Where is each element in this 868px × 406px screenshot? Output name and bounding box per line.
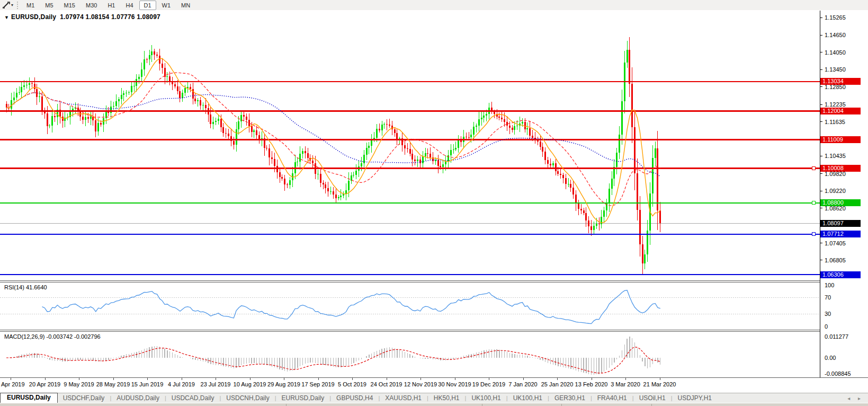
chevron-down-icon[interactable]: ▾ xyxy=(11,3,13,7)
date-axis-tick xyxy=(113,378,114,380)
timeframe-button-H4[interactable]: H4 xyxy=(121,1,138,10)
tab-usdchf-daily[interactable]: USDCHF,Daily xyxy=(58,394,110,402)
price-axis-label: 1.10435 xyxy=(825,153,846,159)
price-tag: 1.08800 xyxy=(820,199,861,206)
mt4-window: ▾ M1M5M15M30H1H4D1W1MN ▼EURUSD,Daily 1.0… xyxy=(0,0,868,406)
tab-uk100-h1[interactable]: UK100,H1 xyxy=(466,394,506,402)
timeframe-button-M30[interactable]: M30 xyxy=(81,1,102,10)
macd-indicator-pane[interactable] xyxy=(0,332,820,377)
tab-xauusd-h1[interactable]: XAUUSD,H1 xyxy=(380,394,427,402)
tab-ger30-h1[interactable]: GER30,H1 xyxy=(549,394,590,402)
tab-usdcnh-daily[interactable]: USDCNH,Daily xyxy=(221,394,274,402)
chart-ohlc-values: 1.07974 1.08154 1.07776 1.08097 xyxy=(60,13,160,21)
timeframe-button-MN[interactable]: MN xyxy=(176,1,195,10)
price-axis-tick xyxy=(820,121,822,122)
price-axis[interactable]: 1.152651.146501.140501.134501.128501.122… xyxy=(820,11,868,377)
tab-scroll-arrows[interactable]: ◂ ▸ xyxy=(847,395,864,401)
price-axis-label: 1.11635 xyxy=(825,119,845,125)
price-axis-label: 1.09220 xyxy=(825,188,846,194)
price-axis-tick xyxy=(820,86,822,87)
price-axis-tick xyxy=(820,69,822,70)
rsi-axis-label: 30 xyxy=(825,311,831,317)
date-axis-tick xyxy=(455,378,455,380)
date-axis-label: 3 Mar 2020 xyxy=(611,381,640,387)
price-axis-label: 1.14650 xyxy=(825,32,846,38)
tab-gbpusd-h4[interactable]: GBPUSD,H4 xyxy=(331,394,378,402)
tab-hk50-h1[interactable]: HK50,H1 xyxy=(428,394,465,402)
date-axis-label: 5 Oct 2019 xyxy=(338,381,366,387)
date-axis-label: 2 Apr 2019 xyxy=(0,381,25,387)
price-axis-tick xyxy=(820,156,822,156)
tab-usdcad-daily[interactable]: USDCAD,Daily xyxy=(166,394,220,402)
tab-eurusd-daily[interactable]: EURUSD,Daily xyxy=(276,394,330,402)
tab-usdjpy-h1[interactable]: USDJPY,H1 xyxy=(673,394,717,402)
rsi-indicator-pane[interactable] xyxy=(0,283,820,330)
price-axis-tick xyxy=(820,35,822,36)
timeframe-button-M1[interactable]: M1 xyxy=(22,1,39,10)
date-axis-tick xyxy=(11,378,11,380)
price-axis-label: 1.07405 xyxy=(825,240,846,246)
chart-symbol-period: EURUSD,Daily xyxy=(11,13,56,21)
date-axis-tick xyxy=(284,378,284,380)
price-tag: 1.10008 xyxy=(820,165,861,172)
price-chart[interactable] xyxy=(0,11,820,280)
date-axis-label: 21 Mar 2020 xyxy=(643,381,676,387)
rsi-axis-label: 70 xyxy=(825,294,831,301)
date-axis-tick xyxy=(45,378,46,380)
date-axis-tick xyxy=(250,378,250,380)
date-axis-label: 23 Jul 2019 xyxy=(201,381,231,387)
chart-title: ▼EURUSD,Daily 1.07974 1.08154 1.07776 1.… xyxy=(4,13,160,21)
date-axis-label: 30 Nov 2019 xyxy=(438,381,471,387)
timeframe-button-M5[interactable]: M5 xyxy=(40,1,58,10)
tab-eurusd-daily[interactable]: EURUSD,Daily xyxy=(0,393,58,403)
date-axis-label: 10 Aug 2019 xyxy=(234,381,266,387)
date-axis-tick xyxy=(523,378,524,380)
timeframe-button-D1[interactable]: D1 xyxy=(139,1,156,10)
rsi-axis-label: 0 xyxy=(825,323,828,330)
tab-fra40-h1[interactable]: FRA40,H1 xyxy=(592,394,632,402)
price-tag: 1.06306 xyxy=(820,271,861,278)
timeframe-button-W1[interactable]: W1 xyxy=(157,1,176,10)
date-axis-tick xyxy=(182,378,182,380)
price-axis-label: 1.06805 xyxy=(825,257,846,263)
timeframe-button-H1[interactable]: H1 xyxy=(103,1,120,10)
tab-uk100-h1[interactable]: UK100,H1 xyxy=(508,394,548,402)
price-axis-tick xyxy=(820,208,822,208)
date-axis-label: 4 Jul 2019 xyxy=(168,381,195,387)
chart-tools-icon[interactable] xyxy=(2,2,11,9)
tab-audusd-daily[interactable]: AUDUSD,Daily xyxy=(111,394,165,402)
date-axis-tick xyxy=(557,378,558,380)
date-axis-tick xyxy=(420,378,421,380)
price-tag: 1.12004 xyxy=(820,108,861,114)
price-axis-label: 1.15265 xyxy=(825,14,846,21)
date-axis-tick xyxy=(318,378,319,380)
macd-axis-label: 0.00 xyxy=(825,355,836,361)
timeframe-button-M15[interactable]: M15 xyxy=(59,1,80,10)
tab-usoil-h1[interactable]: USOil,H1 xyxy=(634,394,671,402)
status-bar xyxy=(0,403,868,406)
rsi-label: RSI(14) 41.6640 xyxy=(4,284,47,290)
price-axis-tick xyxy=(820,191,822,191)
date-axis-tick xyxy=(147,378,148,380)
date-axis-tick xyxy=(387,378,387,380)
date-axis-label: 24 Oct 2019 xyxy=(371,381,402,387)
macd-axis-label: -0.008845 xyxy=(825,370,851,377)
date-axis-label: 9 May 2019 xyxy=(64,381,94,387)
date-axis-label: 12 Nov 2019 xyxy=(404,381,437,387)
price-axis-label: 1.13450 xyxy=(825,66,846,73)
price-tag: 1.11009 xyxy=(820,136,861,143)
macd-axis-label: 0.011277 xyxy=(825,333,848,340)
date-axis-label: 17 Sep 2019 xyxy=(301,381,334,387)
date-axis-tick xyxy=(216,378,216,380)
price-axis-label: 1.14050 xyxy=(825,49,846,56)
chart-tab-bar: EURUSD,DailyUSDCHF,Daily|AUDUSD,Daily|US… xyxy=(0,393,868,403)
macd-label: MACD(12,26,9) -0.003742 -0.002796 xyxy=(4,333,101,340)
timeframe-toolbar: ▾ M1M5M15M30H1H4D1W1MN xyxy=(0,0,868,10)
date-axis-tick xyxy=(592,378,592,380)
price-tag: 1.07712 xyxy=(820,231,861,237)
price-axis-tick xyxy=(820,104,822,105)
date-axis-tick xyxy=(660,378,660,380)
date-axis-tick xyxy=(489,378,489,380)
price-axis-label: 1.12235 xyxy=(825,101,846,108)
date-axis[interactable]: 2 Apr 201920 Apr 20199 May 201928 May 20… xyxy=(0,378,820,393)
